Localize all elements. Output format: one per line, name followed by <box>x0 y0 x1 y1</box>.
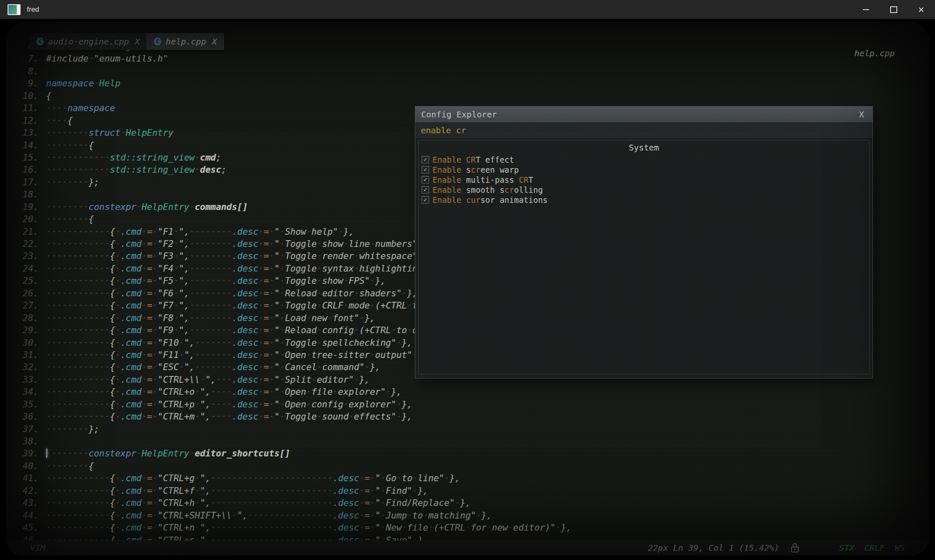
code-line-41: 41.············{·.cmd·=·"CTRL+g·",······… <box>6 472 571 485</box>
line-number: 19. <box>6 201 46 213</box>
vim-mode-indicator: VIM <box>30 543 45 553</box>
config-option-row[interactable]: ✓Enable CRT effect <box>422 155 866 165</box>
line-number: 29. <box>6 324 46 337</box>
tab-audio-engine.cpp[interactable]: Caudio-engine.cppX <box>29 33 147 50</box>
line-content: ········{ <box>46 140 94 152</box>
line-number: 38. <box>6 436 46 448</box>
status-right-group: 22px Ln 39, Col 1 (15.42%) STX CRLF WS <box>648 542 905 553</box>
code-line-37: 37.········}; <box>6 423 571 436</box>
tab-label: help.cpp <box>166 36 206 47</box>
line-content: ············{·.cmd·=·"F4·",········.desc… <box>46 263 444 275</box>
cpp-file-icon: C <box>154 38 161 46</box>
tab-close-icon[interactable]: X <box>212 37 216 46</box>
crlf-flag[interactable]: CRLF <box>865 543 885 553</box>
stx-flag[interactable]: STX <box>839 543 854 553</box>
code-line-7: 7.#include·"enum-utils.h" <box>6 53 571 65</box>
tab-bar: Caudio-engine.cppXChelp.cppX <box>29 33 224 50</box>
line-content: ············{·.cmd·=·"CTRL+f·",·········… <box>46 485 428 497</box>
config-search-input[interactable]: enable cr <box>415 122 872 138</box>
line-content: ············{·.cmd·=·"CTRL+\\·",···.desc… <box>46 374 370 386</box>
line-content: ············{·.cmd·=·"F5·",········.desc… <box>46 275 386 287</box>
line-number: 40. <box>6 460 46 472</box>
checkbox-checked-icon[interactable]: ✓ <box>422 186 429 194</box>
line-number: 16. <box>6 164 46 176</box>
line-content: ············{·.cmd·=·"F2·",········.desc… <box>46 238 433 250</box>
tab-help.cpp[interactable]: Chelp.cppX <box>147 33 224 50</box>
line-number: 20. <box>6 213 46 226</box>
line-content: ············{·.cmd·=·"F10·",·······.desc… <box>46 337 412 349</box>
line-content: ············{·.cmd·=·"CTRL+n·",·········… <box>46 522 571 534</box>
config-option-label: Enable smooth scrolling <box>432 185 543 194</box>
editor-viewport: Caudio-engine.cppXChelp.cppX help.cpp 6.… <box>6 22 929 556</box>
code-line-34: 34.············{·.cmd·=·"CTRL+o·",····.d… <box>6 386 571 398</box>
line-number: 34. <box>6 386 46 398</box>
line-number: 33. <box>6 374 46 386</box>
config-option-label: Enable cursor animations <box>432 195 548 205</box>
status-flags: STX CRLF WS <box>839 543 905 553</box>
code-line-44: 44.············{·.cmd·=·"CTRL+SHIFT+\\·"… <box>6 510 571 522</box>
config-option-row[interactable]: ✓Enable multi-pass CRT <box>422 175 866 185</box>
checkbox-checked-icon[interactable]: ✓ <box>422 156 429 163</box>
line-content: ············{·.cmd·=·"CTRL+p·",····.desc… <box>46 399 412 411</box>
line-content: ············std::string_view·cmd; <box>46 152 221 164</box>
close-icon: ✕ <box>918 5 925 14</box>
line-content: ····{ <box>46 115 73 127</box>
minimize-button[interactable] <box>852 0 880 19</box>
line-number: 24. <box>6 263 46 275</box>
line-content: ············{·.cmd·=·"ESC·",·······.desc… <box>46 361 380 373</box>
line-number: 18. <box>6 189 46 201</box>
line-number: 32. <box>6 361 46 373</box>
config-explorer-titlebar[interactable]: Config Explorer X <box>415 106 872 122</box>
checkbox-checked-icon[interactable]: ✓ <box>422 176 429 184</box>
line-content: ············{·.cmd·=·"F6·",········.desc… <box>46 288 418 300</box>
window-titlebar: fred ✕ <box>0 0 935 19</box>
line-number: 7. <box>6 53 46 65</box>
code-line-8: 8. <box>6 65 571 78</box>
config-search-query: enable cr <box>421 125 466 135</box>
line-number: 8. <box>6 65 46 78</box>
config-option-row[interactable]: ✓Enable cursor animations <box>422 195 866 205</box>
line-number: 31. <box>6 349 46 361</box>
line-number: 12. <box>6 115 46 127</box>
line-number: 15. <box>6 152 46 164</box>
line-content: ············{·.cmd·=·"F1·",········.desc… <box>46 226 354 238</box>
config-option-label: Enable screen warp <box>432 165 519 174</box>
config-explorer-close-button[interactable]: X <box>859 109 867 119</box>
line-number: 45. <box>6 522 46 534</box>
code-line-43: 43.············{·.cmd·=·"CTRL+h·",······… <box>6 497 571 509</box>
code-line-38: 38. <box>6 436 571 448</box>
line-number: 10. <box>6 90 46 102</box>
line-number: 26. <box>6 288 46 300</box>
config-option-label: Enable CRT effect <box>432 155 514 164</box>
line-number: 41. <box>6 472 46 485</box>
cpp-file-icon: C <box>36 38 44 46</box>
tab-close-icon[interactable]: X <box>135 37 140 46</box>
line-content: ············{·.cmd·=·"CTRL+h·",·········… <box>46 497 471 509</box>
config-option-row[interactable]: ✓Enable screen warp <box>422 165 866 175</box>
line-content: ········}; <box>46 423 99 436</box>
maximize-button[interactable] <box>880 0 907 19</box>
lock-icon[interactable] <box>790 542 800 553</box>
minimize-icon <box>863 9 869 10</box>
config-option-row[interactable]: ✓Enable smooth scrolling <box>422 185 866 195</box>
code-line-40: 40.········{ <box>6 460 571 472</box>
line-number: 28. <box>6 312 46 324</box>
line-content: #include·"enum-utils.h" <box>46 53 168 65</box>
config-explorer-panel: Config Explorer X enable cr System ✓Enab… <box>415 106 873 379</box>
status-bar: VIM 22px Ln 39, Col 1 (15.42%) STX CRLF … <box>6 540 929 555</box>
checkbox-checked-icon[interactable]: ✓ <box>422 196 429 204</box>
line-number: 42. <box>6 485 46 497</box>
app-icon <box>8 4 21 15</box>
line-content: ············std::string_view·desc; <box>46 164 227 176</box>
line-number: 25. <box>6 275 46 287</box>
line-number: 37. <box>6 423 46 436</box>
ws-flag[interactable]: WS <box>895 543 905 553</box>
line-content: { <box>46 90 52 102</box>
code-line-45: 45.············{·.cmd·=·"CTRL+n·",······… <box>6 522 571 534</box>
code-line-42: 42.············{·.cmd·=·"CTRL+f·",······… <box>6 485 571 497</box>
line-number: 27. <box>6 300 46 312</box>
line-content: ········constexpr·HelpEntry·editor_short… <box>46 448 290 460</box>
line-number: 21. <box>6 226 46 238</box>
close-button[interactable]: ✕ <box>907 0 935 19</box>
checkbox-checked-icon[interactable]: ✓ <box>422 166 429 174</box>
